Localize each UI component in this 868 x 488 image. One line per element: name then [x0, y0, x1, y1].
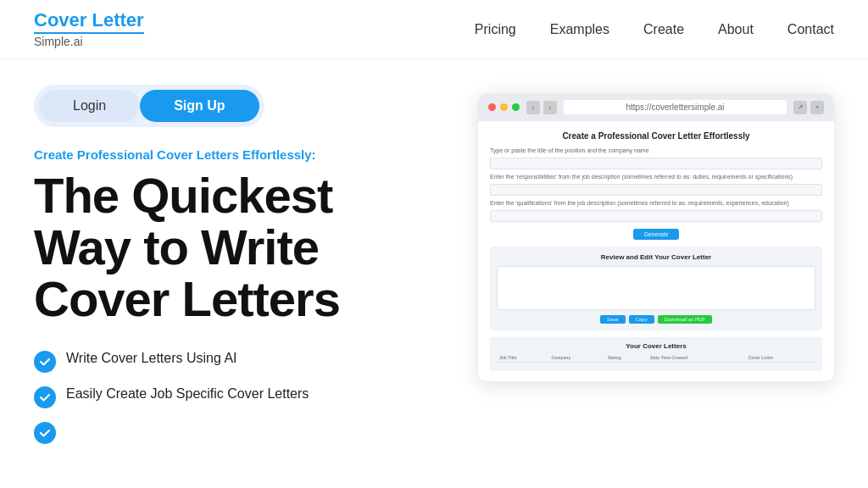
browser-actions: ↗ +	[793, 101, 824, 114]
browser-dots	[488, 103, 520, 111]
table-row	[497, 363, 815, 367]
signup-button[interactable]: Sign Up	[140, 90, 259, 122]
nav-about[interactable]: About	[718, 22, 754, 37]
col-rating: Rating	[605, 353, 648, 363]
form-label-3: Enter the 'qualifications' from the job …	[490, 200, 822, 206]
left-column: Login Sign Up Create Professional Cover …	[34, 85, 444, 488]
check-icon-2	[34, 386, 56, 408]
form-input-1[interactable]	[490, 158, 822, 169]
review-section: Review and Edit Your Cover Letter Save C…	[490, 247, 822, 330]
logo-tagline: Simple.ai	[34, 36, 144, 48]
cover-letter-textarea[interactable]	[497, 266, 815, 310]
copy-button[interactable]: Copy	[629, 315, 654, 324]
logo-divider	[34, 32, 144, 34]
feature-text-2: Easily Create Job Specific Cover Letters	[66, 385, 309, 403]
col-cover-letter: Cover Letter	[746, 353, 815, 363]
save-button[interactable]: Save	[600, 315, 626, 324]
main-content: Login Sign Up Create Professional Cover …	[0, 59, 868, 488]
right-column: ‹ › https://coverlettersimple.ai ↗ + Cre…	[478, 85, 834, 488]
browser-mockup: ‹ › https://coverlettersimple.ai ↗ + Cre…	[478, 93, 834, 381]
feature-item-2: Easily Create Job Specific Cover Letters	[34, 385, 444, 408]
feature-item-1: Write Cover Letters Using AI	[34, 349, 444, 373]
auth-buttons: Login Sign Up	[34, 85, 264, 127]
header: Cover Letter Simple.ai Pricing Examples …	[0, 0, 868, 59]
share-icon[interactable]: ↗	[793, 101, 807, 114]
dot-green	[512, 103, 520, 111]
login-button[interactable]: Login	[39, 90, 140, 122]
browser-url: https://coverlettersimple.ai	[564, 100, 787, 114]
back-arrow[interactable]: ‹	[526, 101, 540, 114]
logo: Cover Letter Simple.ai	[34, 10, 144, 49]
main-nav: Pricing Examples Create About Contact	[475, 22, 834, 37]
check-icon-1	[34, 351, 56, 373]
action-row: Save Copy Download as PDF	[497, 315, 815, 324]
nav-contact[interactable]: Contact	[787, 22, 834, 37]
col-job-title: Job Title	[497, 353, 548, 363]
col-company: Company	[548, 353, 605, 363]
cover-letters-table: Job Title Company Rating Date Time Creat…	[497, 353, 815, 366]
nav-examples[interactable]: Examples	[550, 22, 609, 37]
dot-red	[488, 103, 496, 111]
forward-arrow[interactable]: ›	[543, 101, 557, 114]
form-section: Type or paste the title of the position …	[490, 147, 822, 222]
browser-nav: ‹ ›	[526, 101, 557, 114]
feature-text-1: Write Cover Letters Using AI	[66, 349, 237, 368]
review-title: Review and Edit Your Cover Letter	[497, 253, 815, 261]
check-icon-3	[34, 422, 56, 444]
tagline: Create Professional Cover Letters Effort…	[34, 147, 444, 162]
table-title: Your Cover Letters	[497, 342, 815, 350]
generate-button[interactable]: Generate	[633, 229, 678, 240]
nav-pricing[interactable]: Pricing	[475, 22, 516, 37]
feature-item-3	[34, 420, 444, 444]
app-title: Create a Professional Cover Letter Effor…	[490, 131, 822, 141]
browser-content: Create a Professional Cover Letter Effor…	[478, 121, 834, 381]
nav-create[interactable]: Create	[643, 22, 684, 37]
browser-bar: ‹ › https://coverlettersimple.ai ↗ +	[478, 93, 834, 121]
dot-yellow	[500, 103, 508, 111]
headline: The Quickest Way to Write Cover Letters	[34, 170, 444, 325]
feature-list: Write Cover Letters Using AI Easily Crea…	[34, 349, 444, 444]
table-section: Your Cover Letters Job Title Company Rat…	[490, 337, 822, 371]
logo-name: Cover Letter	[34, 10, 144, 30]
generate-row: Generate	[490, 229, 822, 240]
form-input-3[interactable]	[490, 210, 822, 222]
form-label-1: Type or paste the title of the position …	[490, 147, 822, 153]
download-button[interactable]: Download as PDF	[658, 315, 712, 324]
col-date: Date Time Created	[648, 353, 746, 363]
form-label-2: Enter the 'responsibilities' from the jo…	[490, 174, 822, 180]
form-input-2[interactable]	[490, 184, 822, 196]
add-tab-icon[interactable]: +	[810, 101, 824, 114]
